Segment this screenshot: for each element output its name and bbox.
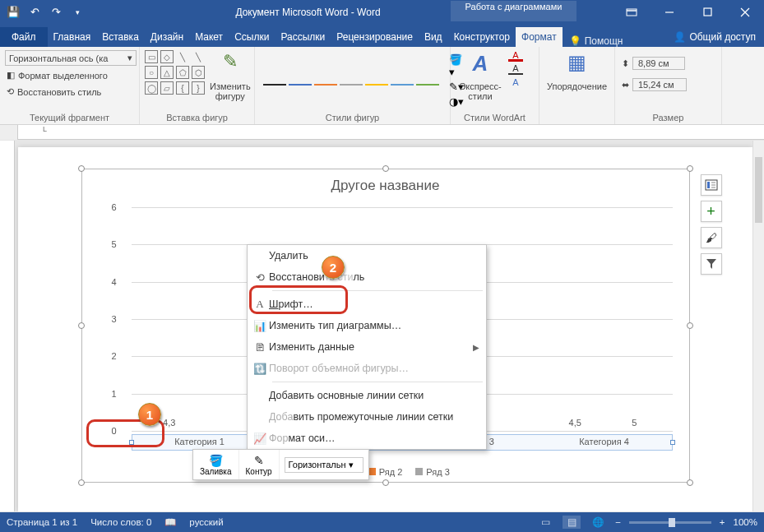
tab-view[interactable]: Вид [419,27,448,47]
undo-icon[interactable]: ↶ [28,6,41,19]
height-input[interactable]: ⬍8,89 см [620,55,687,72]
x-category-label[interactable]: Категория 4 [579,437,629,446]
layout-options-icon[interactable] [701,174,722,196]
y-tick: 3 [112,314,117,324]
tab-mailings[interactable]: Рассылки [275,27,331,47]
share-icon: 👤 [674,31,686,43]
ctx-add-major-gridlines[interactable]: Добавить основные линии сетки [248,385,486,406]
mini-fill-button[interactable]: 🪣Заливка [193,450,239,479]
tell-me[interactable]: 💡 Помощн [569,35,623,47]
vertical-ruler[interactable] [0,141,15,511]
zoom-slider[interactable] [629,521,711,524]
svg-rect-7 [707,182,710,188]
status-proof-icon[interactable]: 📖 [164,516,176,528]
text-outline-icon[interactable]: A [508,63,523,75]
chart-styles-icon[interactable]: 🖌 [701,227,722,248]
height-icon: ⬍ [622,58,629,69]
change-shape-button[interactable]: ✎ Изменить фигуру [208,50,252,103]
chart-element-dropdown[interactable]: Горизонтальная ось (ка▾ [5,50,137,66]
ctx-add-minor-gridlines[interactable]: Добавить промежуточные линии сетки [248,406,486,428]
selection-handle[interactable] [78,165,85,172]
legend-item[interactable]: Ряд 3 [415,467,450,477]
tab-design[interactable]: Дизайн [145,27,189,47]
vertical-scrollbar[interactable] [752,141,764,511]
shape-styles-gallery[interactable] [260,72,442,89]
text-effects-icon[interactable]: A [508,76,523,88]
selection-handle[interactable] [382,165,389,172]
ctx-change-chart-type[interactable]: 📊Изменить тип диаграммы… [248,315,486,336]
chart-flyout: + 🖌 [701,174,722,275]
zoom-thumb[interactable] [669,518,675,527]
redo-icon[interactable]: ↷ [49,6,63,19]
zoom-in-icon[interactable]: + [720,517,725,527]
ribbon-display-icon[interactable] [613,0,651,24]
minimize-icon[interactable] [651,0,688,24]
print-layout-icon[interactable]: ▤ [563,516,581,529]
selection-handle[interactable] [687,479,693,486]
tab-references[interactable]: Ссылки [229,27,275,47]
ctx-change-data[interactable]: 🖹Изменить данные▶ [248,336,486,358]
group-label-shapes: Вставка фигур [145,111,249,123]
ctx-reset-style[interactable]: ⟲Восстановить стиль [248,266,486,288]
format-selection-button[interactable]: ◧Формат выделенного [5,68,109,82]
tab-home[interactable]: Главная [48,27,97,47]
x-category-label[interactable]: Категория 1 [174,437,225,446]
scrollbar-thumb[interactable] [755,157,762,223]
selection-handle[interactable] [382,479,389,486]
ctx-format-axis[interactable]: 📈Формат оси… [248,428,486,449]
selection-handle[interactable] [687,165,693,172]
chart-tools-contextual-tab: Работа с диаграммами [428,1,600,21]
shapes-gallery[interactable]: ▭◇╲╲ ○△⬠⬡ ◯▱{} [145,50,205,95]
selection-handle[interactable] [78,479,85,486]
data-label: 5 [632,418,637,428]
mini-axis-dropdown[interactable]: Горизонтальн ▾ [280,450,368,479]
tab-format[interactable]: Формат [516,27,563,47]
chart-title[interactable]: Другое название [82,169,689,199]
status-language[interactable]: русский [189,517,223,527]
read-mode-icon[interactable]: ▭ [536,516,554,529]
arrange-button[interactable]: ▦ Упорядочение [544,50,609,93]
status-bar: Страница 1 из 1 Число слов: 0 📖 русский … [0,512,764,532]
maximize-icon[interactable] [688,0,726,24]
status-word-count[interactable]: Число слов: 0 [90,517,151,527]
tab-layout[interactable]: Макет [189,27,229,47]
text-fill-icon[interactable]: A [508,50,523,62]
tab-file[interactable]: Файл [0,27,48,47]
tab-review[interactable]: Рецензирование [331,27,419,47]
rotate-3d-icon: 🔃 [251,363,269,375]
tab-insert[interactable]: Вставка [96,27,145,47]
close-icon[interactable] [726,0,764,24]
status-page[interactable]: Страница 1 из 1 [7,517,77,527]
web-layout-icon[interactable]: 🌐 [589,516,607,529]
wordart-styles-button[interactable]: A Экспресс- стили [456,50,505,103]
ctx-3d-rotation: 🔃Поворот объемной фигуры… [248,358,486,379]
ctx-font[interactable]: AШрифт… [248,294,486,315]
mini-outline-button[interactable]: ✎Контур [239,450,280,479]
fill-icon: 🪣 [209,454,223,467]
font-icon: A [251,298,269,311]
chart-elements-icon[interactable]: + [701,201,722,222]
axis-handle[interactable] [129,440,134,445]
submenu-arrow-icon: ▶ [473,343,479,352]
reset-style-button[interactable]: ⟲Восстановить стиль [5,85,103,99]
title-bar: 💾 ↶ ↷ ▾ Документ Microsoft Word - Word Р… [0,0,764,24]
selection-handle[interactable] [687,322,693,329]
share-button[interactable]: 👤 Общий доступ [665,27,764,47]
legend-item[interactable]: Ряд 2 [368,467,403,477]
selection-handle[interactable] [78,322,85,329]
chart-legend[interactable]: Ряд 1Ряд 2Ряд 3 [82,467,689,478]
horizontal-ruler[interactable]: L /*static ruler ticks via spans below*/ [18,125,764,140]
chart-type-icon: 📊 [251,320,269,332]
zoom-level[interactable]: 100% [734,517,757,527]
group-label-current: Текущий фрагмент [5,111,134,123]
axis-handle[interactable] [670,440,675,445]
ctx-delete[interactable]: Удалить [248,245,486,266]
chart-filters-icon[interactable] [701,253,722,275]
svg-rect-3 [704,8,711,16]
zoom-out-icon[interactable]: − [615,517,621,527]
qat-dropdown-icon[interactable]: ▾ [71,6,84,19]
tab-chart-design[interactable]: Конструктор [448,27,516,47]
save-icon[interactable]: 💾 [7,6,20,19]
group-label-size: Размер [620,111,716,123]
width-input[interactable]: ⬌15,24 см [620,76,688,93]
